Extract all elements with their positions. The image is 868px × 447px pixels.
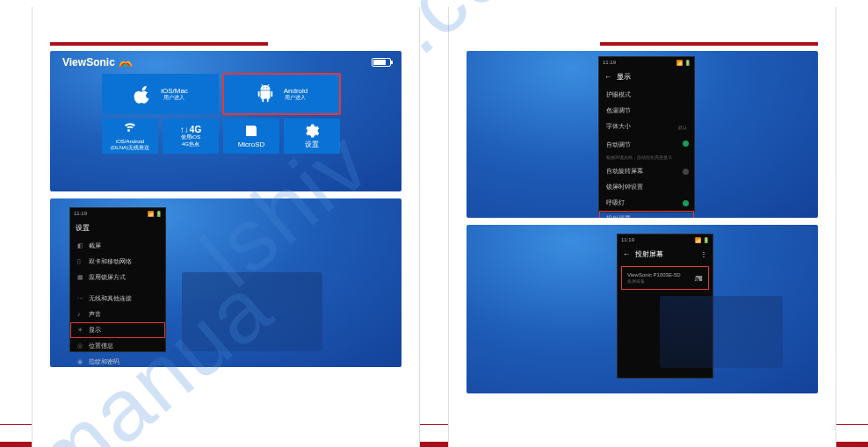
- settings-item[interactable]: ♪声音: [70, 306, 165, 322]
- display-item-auto-rotate[interactable]: 自动旋转屏幕: [599, 163, 694, 179]
- menu-icon[interactable]: ⋮: [700, 250, 707, 258]
- viewsonic-logo: ViewSonic: [62, 56, 134, 68]
- status-time: 11:19: [621, 237, 634, 243]
- tile-android[interactable]: Android用户进入: [223, 74, 340, 114]
- tile-title: iOS/Mac: [161, 87, 188, 96]
- phone-display-screenshot: 11:19📶 🔋 ←显示 护眼模式 色温调节 字体大小默认 自动调节根据环境光线…: [467, 51, 818, 218]
- tile-title: iOS/Android: [111, 139, 149, 145]
- phone-header[interactable]: ←显示: [599, 68, 694, 85]
- toggle-on[interactable]: [683, 141, 689, 147]
- status-time: 11:19: [74, 211, 87, 217]
- device-status: 投屏设备: [627, 278, 681, 284]
- tile-title: 使用iOS: [181, 134, 200, 141]
- battery-icon: [372, 58, 391, 67]
- phone-settings: 11:19📶 🔋 设置 ◧截屏 ▯双卡和移动网络 ▦应用锁屏方式 ⋯无线和其他连…: [69, 207, 166, 352]
- display-item[interactable]: 护眼模式: [599, 87, 694, 103]
- tile-title: 设置: [305, 141, 319, 149]
- settings-item[interactable]: ◧截屏: [70, 238, 165, 254]
- tile-ios-mac[interactable]: iOS/Mac用户进入: [102, 74, 219, 114]
- phone-header[interactable]: ←投射屏幕 ⋮: [618, 246, 712, 263]
- display-item-breathing-light[interactable]: 呼吸灯: [599, 195, 694, 211]
- toggle-off[interactable]: [683, 169, 689, 175]
- display-item-auto-brightness[interactable]: 自动调节根据环境光线，自动优化亮度显示: [599, 137, 694, 163]
- settings-item-display[interactable]: ☀显示: [70, 322, 165, 338]
- background-panel: [182, 272, 322, 351]
- tile-microsd[interactable]: MicroSD: [223, 119, 279, 154]
- device-name: ViewSonic P1003E-5D: [627, 272, 681, 278]
- phone-display: 11:19📶 🔋 ←显示 护眼模式 色温调节 字体大小默认 自动调节根据环境光线…: [598, 56, 695, 213]
- status-time: 11:19: [603, 60, 616, 66]
- display-item-cast-screen[interactable]: 投射屏幕: [599, 211, 694, 218]
- status-icons: 📶 🔋: [676, 60, 691, 66]
- cast-icon: [694, 275, 703, 282]
- back-icon[interactable]: ←: [623, 250, 630, 258]
- manual-page-left: ViewSonic iOS/Mac用户进入 Android用户进入 iOS/An…: [32, 7, 420, 447]
- projector-home-screenshot: ViewSonic iOS/Mac用户进入 Android用户进入 iOS/An…: [50, 51, 401, 191]
- phone-settings-screenshot: 11:19📶 🔋 设置 ◧截屏 ▯双卡和移动网络 ▦应用锁屏方式 ⋯无线和其他连…: [50, 198, 401, 367]
- cast-device-entry[interactable]: ViewSonic P1003E-5D 投屏设备: [621, 266, 709, 290]
- settings-item[interactable]: ⋯无线和其他连接: [70, 291, 165, 306]
- back-icon[interactable]: ←: [604, 73, 611, 81]
- display-item[interactable]: 锁屏时钟设置: [599, 179, 694, 195]
- settings-item[interactable]: ◉指纹和密码: [70, 354, 165, 367]
- tile-settings[interactable]: 设置: [284, 119, 340, 154]
- phone-cast-screenshot: 11:19📶 🔋 ←投射屏幕 ⋮ ViewSonic P1003E-5D 投屏设…: [467, 225, 818, 393]
- display-item[interactable]: 色温调节: [599, 103, 694, 119]
- tile-title: MicroSD: [238, 141, 265, 149]
- status-icons: 📶 🔋: [148, 211, 162, 217]
- tile-sub: 用户进入: [161, 95, 188, 101]
- settings-item[interactable]: ◎位置信息: [70, 338, 165, 354]
- tile-sub: (DLNA)无线推送: [111, 145, 149, 151]
- display-item[interactable]: 字体大小默认: [599, 119, 694, 134]
- tile-4g-hotspot[interactable]: ↑↓4G 使用iOS4G热点: [163, 119, 219, 154]
- tile-title: Android: [284, 87, 308, 96]
- settings-item[interactable]: ▦应用锁屏方式: [70, 270, 165, 285]
- tile-sub: 用户进入: [284, 95, 308, 101]
- settings-item[interactable]: ▯双卡和移动网络: [70, 254, 165, 270]
- toggle-on[interactable]: [683, 200, 689, 206]
- page-divider: [600, 42, 818, 46]
- manual-page-right: 11:19📶 🔋 ←显示 护眼模式 色温调节 字体大小默认 自动调节根据环境光线…: [448, 7, 836, 447]
- page-divider: [50, 42, 268, 46]
- status-icons: 📶 🔋: [695, 237, 709, 243]
- background-panel: [660, 296, 783, 368]
- tile-sub: 4G热点: [181, 141, 200, 148]
- phone-header: 设置: [70, 220, 165, 236]
- tile-dlna[interactable]: iOS/Android(DLNA)无线推送: [102, 119, 158, 154]
